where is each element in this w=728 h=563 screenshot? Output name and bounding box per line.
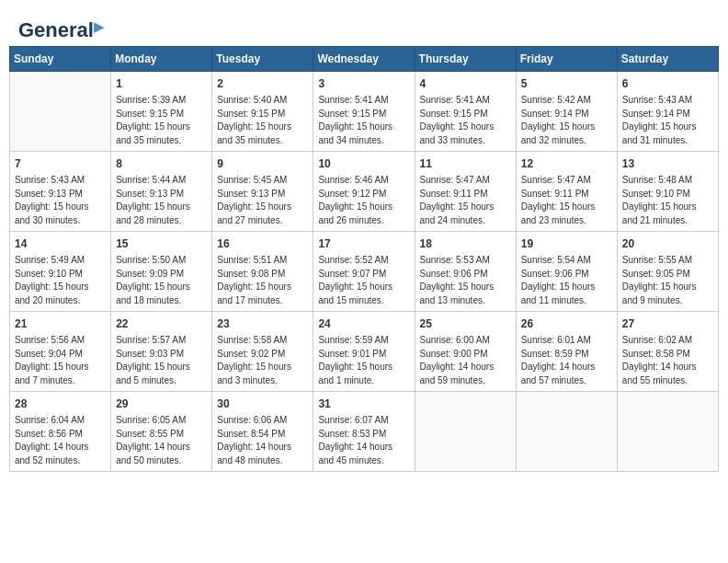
day-info: Sunrise: 6:05 AMSunset: 8:55 PMDaylight:… xyxy=(116,414,207,467)
day-info: Sunrise: 5:56 AMSunset: 9:04 PMDaylight:… xyxy=(15,334,106,387)
sunrise-text: Sunrise: 5:58 AM xyxy=(217,334,308,348)
day-cell: 13Sunrise: 5:48 AMSunset: 9:10 PMDayligh… xyxy=(617,152,718,232)
day-number: 15 xyxy=(116,236,207,252)
daylight-text: Daylight: 15 hours and 27 minutes. xyxy=(217,201,308,227)
day-number: 9 xyxy=(217,155,308,172)
day-info: Sunrise: 6:00 AMSunset: 9:00 PMDaylight:… xyxy=(420,334,511,387)
day-cell: 11Sunrise: 5:47 AMSunset: 9:11 PMDayligh… xyxy=(415,152,516,232)
sunrise-text: Sunrise: 6:06 AM xyxy=(217,414,308,428)
week-row-5: 28Sunrise: 6:04 AMSunset: 8:56 PMDayligh… xyxy=(10,392,719,472)
sunrise-text: Sunrise: 5:43 AM xyxy=(622,94,713,108)
sunset-text: Sunset: 9:11 PM xyxy=(420,188,511,201)
day-number: 10 xyxy=(318,155,409,172)
sunset-text: Sunset: 8:53 PM xyxy=(318,428,409,442)
day-number: 29 xyxy=(116,396,207,412)
day-cell: 24Sunrise: 5:59 AMSunset: 9:01 PMDayligh… xyxy=(313,312,415,392)
sunset-text: Sunset: 9:10 PM xyxy=(622,188,713,201)
day-cell xyxy=(415,392,516,472)
sunset-text: Sunset: 9:06 PM xyxy=(521,268,612,282)
daylight-text: Daylight: 14 hours and 50 minutes. xyxy=(116,441,207,467)
daylight-text: Daylight: 15 hours and 9 minutes. xyxy=(622,281,713,307)
day-cell: 28Sunrise: 6:04 AMSunset: 8:56 PMDayligh… xyxy=(10,392,111,472)
sunrise-text: Sunrise: 5:41 AM xyxy=(318,94,409,108)
day-info: Sunrise: 5:52 AMSunset: 9:07 PMDaylight:… xyxy=(318,254,409,307)
day-info: Sunrise: 6:04 AMSunset: 8:56 PMDaylight:… xyxy=(15,414,106,467)
sunset-text: Sunset: 9:10 PM xyxy=(15,268,106,282)
day-cell: 17Sunrise: 5:52 AMSunset: 9:07 PMDayligh… xyxy=(313,232,415,312)
week-row-2: 7Sunrise: 5:43 AMSunset: 9:13 PMDaylight… xyxy=(10,152,719,232)
day-info: Sunrise: 5:48 AMSunset: 9:10 PMDaylight:… xyxy=(622,174,713,227)
sunrise-text: Sunrise: 5:44 AM xyxy=(116,174,207,188)
day-number: 11 xyxy=(420,155,511,172)
logo-general: General xyxy=(18,18,94,41)
daylight-text: Daylight: 15 hours and 11 minutes. xyxy=(521,281,612,307)
day-cell: 27Sunrise: 6:02 AMSunset: 8:58 PMDayligh… xyxy=(617,312,718,392)
day-cell: 29Sunrise: 6:05 AMSunset: 8:55 PMDayligh… xyxy=(111,392,212,472)
day-number: 20 xyxy=(622,236,713,252)
day-number: 24 xyxy=(318,316,409,332)
sunrise-text: Sunrise: 6:02 AM xyxy=(622,334,713,348)
daylight-text: Daylight: 15 hours and 31 minutes. xyxy=(622,121,713,147)
day-cell xyxy=(10,72,111,152)
day-cell: 7Sunrise: 5:43 AMSunset: 9:13 PMDaylight… xyxy=(10,152,111,232)
day-number: 26 xyxy=(521,316,612,332)
day-info: Sunrise: 5:43 AMSunset: 9:13 PMDaylight:… xyxy=(15,174,106,227)
daylight-text: Daylight: 15 hours and 21 minutes. xyxy=(622,201,713,227)
sunset-text: Sunset: 9:15 PM xyxy=(318,108,409,121)
daylight-text: Daylight: 15 hours and 15 minutes. xyxy=(318,281,409,307)
day-cell: 9Sunrise: 5:45 AMSunset: 9:13 PMDaylight… xyxy=(212,152,313,232)
sunset-text: Sunset: 9:05 PM xyxy=(622,268,713,282)
day-number: 31 xyxy=(318,396,409,412)
header-saturday: Saturday xyxy=(617,47,718,72)
day-cell: 22Sunrise: 5:57 AMSunset: 9:03 PMDayligh… xyxy=(111,312,212,392)
day-info: Sunrise: 5:41 AMSunset: 9:15 PMDaylight:… xyxy=(318,94,409,147)
day-number: 8 xyxy=(116,155,207,172)
daylight-text: Daylight: 15 hours and 20 minutes. xyxy=(15,281,106,307)
sunrise-text: Sunrise: 6:07 AM xyxy=(318,414,409,428)
sunset-text: Sunset: 9:14 PM xyxy=(622,108,713,121)
day-info: Sunrise: 5:45 AMSunset: 9:13 PMDaylight:… xyxy=(217,174,308,227)
daylight-text: Daylight: 15 hours and 33 minutes. xyxy=(420,121,511,147)
day-info: Sunrise: 5:51 AMSunset: 9:08 PMDaylight:… xyxy=(217,254,308,307)
sunrise-text: Sunrise: 5:47 AM xyxy=(521,174,612,188)
sunrise-text: Sunrise: 5:50 AM xyxy=(116,254,207,268)
header-thursday: Thursday xyxy=(415,47,516,72)
day-number: 3 xyxy=(318,75,409,92)
sunset-text: Sunset: 9:08 PM xyxy=(217,268,308,282)
day-info: Sunrise: 6:07 AMSunset: 8:53 PMDaylight:… xyxy=(318,414,409,467)
logo-bird-icon: ▶ xyxy=(94,19,104,34)
day-info: Sunrise: 5:53 AMSunset: 9:06 PMDaylight:… xyxy=(420,254,511,307)
sunrise-text: Sunrise: 5:52 AM xyxy=(318,254,409,268)
sunset-text: Sunset: 9:00 PM xyxy=(420,348,511,362)
sunrise-text: Sunrise: 5:45 AM xyxy=(217,174,308,188)
sunset-text: Sunset: 9:07 PM xyxy=(318,268,409,282)
sunset-text: Sunset: 9:02 PM xyxy=(217,348,308,362)
day-number: 13 xyxy=(622,155,713,172)
daylight-text: Daylight: 15 hours and 5 minutes. xyxy=(116,361,207,387)
day-cell: 19Sunrise: 5:54 AMSunset: 9:06 PMDayligh… xyxy=(516,232,617,312)
daylight-text: Daylight: 15 hours and 7 minutes. xyxy=(15,361,106,387)
day-number: 19 xyxy=(521,236,612,252)
day-number: 18 xyxy=(420,236,511,252)
day-number: 28 xyxy=(15,396,106,412)
daylight-text: Daylight: 15 hours and 18 minutes. xyxy=(116,281,207,307)
day-cell: 2Sunrise: 5:40 AMSunset: 9:15 PMDaylight… xyxy=(212,72,313,152)
daylight-text: Daylight: 15 hours and 35 minutes. xyxy=(116,121,207,147)
day-cell: 3Sunrise: 5:41 AMSunset: 9:15 PMDaylight… xyxy=(313,72,415,152)
daylight-text: Daylight: 15 hours and 23 minutes. xyxy=(521,201,612,227)
daylight-text: Daylight: 15 hours and 32 minutes. xyxy=(521,121,612,147)
day-info: Sunrise: 6:02 AMSunset: 8:58 PMDaylight:… xyxy=(622,334,713,387)
header-tuesday: Tuesday xyxy=(212,47,313,72)
day-info: Sunrise: 5:58 AMSunset: 9:02 PMDaylight:… xyxy=(217,334,308,387)
day-cell: 8Sunrise: 5:44 AMSunset: 9:13 PMDaylight… xyxy=(111,152,212,232)
day-info: Sunrise: 5:40 AMSunset: 9:15 PMDaylight:… xyxy=(217,94,308,147)
daylight-text: Daylight: 15 hours and 26 minutes. xyxy=(318,201,409,227)
day-cell: 23Sunrise: 5:58 AMSunset: 9:02 PMDayligh… xyxy=(212,312,313,392)
day-number: 5 xyxy=(521,75,612,92)
day-number: 21 xyxy=(15,316,106,332)
day-info: Sunrise: 5:49 AMSunset: 9:10 PMDaylight:… xyxy=(15,254,106,307)
sunrise-text: Sunrise: 5:51 AM xyxy=(217,254,308,268)
sunset-text: Sunset: 9:15 PM xyxy=(116,108,207,121)
sunrise-text: Sunrise: 6:00 AM xyxy=(420,334,511,348)
day-cell: 6Sunrise: 5:43 AMSunset: 9:14 PMDaylight… xyxy=(617,72,718,152)
